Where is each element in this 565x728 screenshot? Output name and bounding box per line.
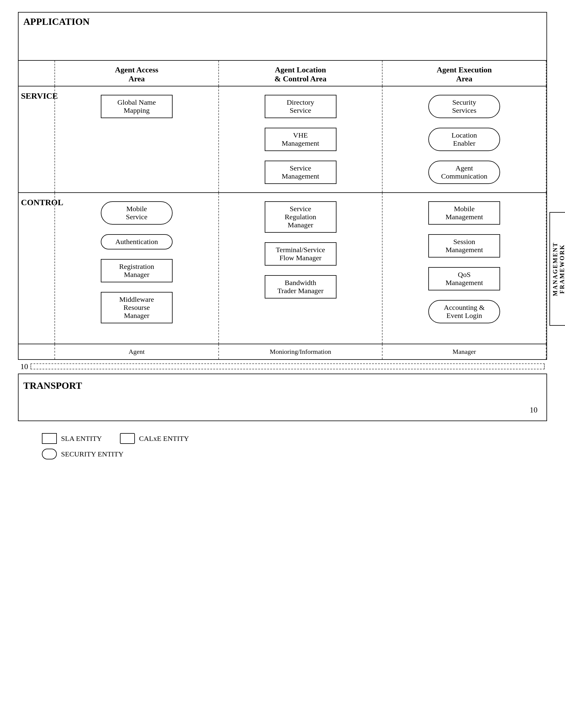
management-framework-label: MANAGEMENT FRAMEWORK [549, 212, 565, 326]
service-col-2: DirectoryService VHEManagement ServiceMa… [219, 86, 383, 192]
security-services-box: SecurityServices [428, 95, 500, 118]
mobile-management-box: MobileManagement [428, 201, 500, 225]
middleware-resourse-manager-box: MiddlewareResourseManager [101, 292, 173, 323]
legend-calxe-icon [120, 433, 135, 444]
col-header-3: Agent ExecutionArea [383, 61, 546, 86]
col-header-2: Agent Location& Control Area [219, 61, 383, 86]
control-label: CONTROL [19, 193, 54, 344]
number-row: 10 [18, 360, 547, 371]
service-row: SERVICE Global NameMapping DirectoryServ… [19, 86, 546, 192]
legend-row-1: SLA ENTITY CALxE ENTITY [42, 433, 547, 444]
service-regulation-manager-box: ServiceRegulationManager [265, 201, 336, 233]
bandwidth-trader-manager-box: BandwidthTrader Manager [265, 275, 336, 298]
legend: SLA ENTITY CALxE ENTITY SECURITY ENTITY [42, 433, 547, 459]
legend-calxe: CALxE ENTITY [120, 433, 189, 444]
bottom-bar-inner: Agent Monioring/Information Manager [54, 344, 546, 359]
mobile-service-box: MobileService [101, 201, 173, 225]
main-columns-area: Agent AccessArea Agent Location& Control… [18, 61, 547, 360]
agent-cell: Agent [55, 344, 219, 359]
control-col-3: MobileManagement SessionManagement QoSMa… [383, 193, 546, 344]
agent-communication-box: AgentCommunication [428, 161, 500, 184]
col-header-1: Agent AccessArea [55, 61, 219, 86]
manager-cell: Manager [383, 344, 546, 359]
control-row: CONTROL MobileService Authentication Reg… [19, 192, 546, 344]
col-headers: Agent AccessArea Agent Location& Control… [54, 61, 546, 86]
transport-label: TRANSPORT [23, 380, 542, 391]
legend-row-2: SECURITY ENTITY [42, 449, 547, 459]
terminal-service-flow-manager-box: Terminal/ServiceFlow Manager [265, 242, 336, 266]
service-col-1: Global NameMapping [55, 86, 219, 192]
location-enabler-box: LocationEnabler [428, 128, 500, 151]
application-section: APPLICATION [18, 12, 547, 61]
legend-sla: SLA ENTITY [42, 433, 102, 444]
legend-calxe-label: CALxE ENTITY [139, 435, 189, 443]
transport-number-10: 10 [530, 406, 537, 415]
legend-sla-label: SLA ENTITY [61, 435, 102, 443]
legend-security: SECURITY ENTITY [42, 449, 124, 459]
legend-security-label: SECURITY ENTITY [61, 450, 124, 458]
control-columns: MobileService Authentication Registratio… [54, 193, 546, 344]
service-col-3: SecurityServices LocationEnabler AgentCo… [383, 86, 546, 192]
service-label: SERVICE [19, 86, 54, 192]
control-col-1: MobileService Authentication Registratio… [55, 193, 219, 344]
service-management-box: ServiceManagement [265, 161, 336, 184]
diagram-wrapper: APPLICATION Agent AccessArea Agent Locat… [18, 12, 547, 459]
bottom-bar: Agent Monioring/Information Manager [19, 344, 546, 359]
transport-section: TRANSPORT 10 [18, 374, 547, 421]
authentication-box: Authentication [101, 234, 173, 249]
control-col-2: ServiceRegulationManager Terminal/Servic… [219, 193, 383, 344]
vhe-management-box: VHEManagement [265, 128, 336, 151]
qos-management-box: QoSManagement [428, 267, 500, 290]
column-headers-row: Agent AccessArea Agent Location& Control… [19, 61, 546, 86]
registration-manager-box: RegistrationManager [101, 259, 173, 282]
directory-service-box: DirectoryService [265, 95, 336, 118]
number-10-label: 10 [18, 360, 28, 371]
global-name-mapping-box: Global NameMapping [101, 95, 173, 118]
service-columns: Global NameMapping DirectoryService VHEM… [54, 86, 546, 192]
legend-security-icon [42, 449, 57, 459]
session-management-box: SessionManagement [428, 234, 500, 258]
accounting-event-login-box: Accounting &Event Login [428, 300, 500, 323]
monitoring-cell: Monioring/Information [219, 344, 383, 359]
application-label: APPLICATION [23, 16, 542, 27]
legend-sla-icon [42, 433, 57, 444]
